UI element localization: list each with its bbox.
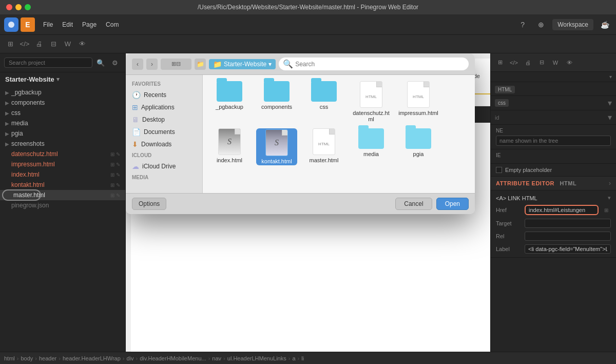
- sidebar-item-pgia[interactable]: ▶ pgia: [0, 128, 125, 139]
- status-headerhm[interactable]: div.HeaderHMobileMenu...: [140, 355, 206, 361]
- sidebar-item-index[interactable]: ▶ index.html ⊞ ✎: [0, 169, 125, 180]
- workspace-button[interactable]: Workspace: [552, 19, 593, 30]
- zoom-icon[interactable]: ⊕: [534, 17, 548, 32]
- chevron-right-icon[interactable]: ›: [609, 180, 611, 187]
- status-body[interactable]: body: [21, 355, 33, 361]
- chevron-down-icon[interactable]: ▾: [608, 195, 611, 201]
- wp-icon[interactable]: W: [62, 38, 74, 50]
- status-nav[interactable]: nav: [212, 355, 221, 361]
- sidebar-documents[interactable]: 📄 Documents: [126, 126, 202, 138]
- grid-icon[interactable]: ⊞: [4, 38, 16, 50]
- menu-page[interactable]: Page: [78, 19, 101, 30]
- view-options-button[interactable]: ⊞⊟: [161, 59, 191, 70]
- back-button[interactable]: ‹: [132, 59, 143, 70]
- chevron-right-icon: ▶: [5, 110, 9, 116]
- sidebar-item-css[interactable]: ▶ css: [0, 108, 125, 118]
- file-item-components[interactable]: components: [256, 81, 297, 122]
- chevron-down-icon[interactable]: ▾: [56, 76, 60, 83]
- menu-edit[interactable]: Edit: [58, 19, 77, 30]
- css-badge: css: [495, 99, 509, 107]
- target-input[interactable]: [525, 219, 611, 228]
- name-input[interactable]: [496, 136, 611, 146]
- open-button[interactable]: Open: [436, 198, 469, 210]
- title-bar: /Users/Ric/Desktop/Websites/Starter-Webs…: [0, 0, 616, 14]
- search-bar[interactable]: 🔍: [279, 58, 469, 70]
- file-item-impressum[interactable]: HTML impressum.html: [398, 81, 439, 122]
- chevron-down-icon[interactable]: ▾: [609, 74, 612, 80]
- file-item-media[interactable]: media: [351, 128, 392, 165]
- rp-grid-icon[interactable]: ⊞: [494, 56, 506, 69]
- status-div[interactable]: div: [127, 355, 134, 361]
- minimize-button[interactable]: [15, 4, 22, 10]
- sidebar-item-screenshots[interactable]: ▶ screenshots: [0, 139, 125, 149]
- file-dialog-body: Favorites 🕐 Recents ⊞ Applications 🖥 Des…: [126, 75, 475, 193]
- favorites-label: Favorites: [126, 79, 202, 89]
- file-item-master[interactable]: HTML master.html: [303, 128, 344, 165]
- sidebar-item-media[interactable]: ▶ media: [0, 118, 125, 128]
- rp-columns-icon[interactable]: ⊟: [535, 56, 548, 69]
- cancel-button[interactable]: Cancel: [395, 198, 432, 210]
- status-a[interactable]: a: [292, 355, 295, 361]
- sidebar-item-pgbackup[interactable]: ▶ _pgbackup: [0, 87, 125, 98]
- sidebar-downloads[interactable]: ⬇ Downloads: [126, 138, 202, 150]
- search-input[interactable]: [295, 61, 465, 68]
- close-button[interactable]: [6, 4, 12, 10]
- rp-wp-icon[interactable]: W: [549, 56, 562, 69]
- help-icon[interactable]: ?: [515, 17, 530, 32]
- eye-icon[interactable]: 👁: [76, 38, 88, 50]
- sidebar-item-pinegrow-json[interactable]: ▶ pinegrow.json: [0, 200, 125, 210]
- menu-com[interactable]: Com: [102, 19, 123, 30]
- html-icon-impressum: HTML: [407, 81, 430, 108]
- coffee-icon[interactable]: ☕: [598, 17, 612, 32]
- search-input[interactable]: [4, 58, 92, 68]
- sidebar-item-master[interactable]: ▶ master.html ⊞ ✎: [0, 190, 125, 200]
- selector-label: ie: [496, 152, 611, 158]
- right-panel-toolbar: ⊞ </> 🖨 ⊟ W 👁: [491, 53, 616, 72]
- traffic-lights[interactable]: [6, 4, 31, 10]
- maximize-button[interactable]: [25, 4, 31, 10]
- rp-print-icon[interactable]: 🖨: [522, 56, 534, 69]
- sidebar-applications[interactable]: ⊞ Applications: [126, 101, 202, 113]
- status-html[interactable]: html: [4, 355, 15, 361]
- file-item-css[interactable]: css: [303, 81, 344, 122]
- chevron-down-icon[interactable]: ▾: [608, 112, 612, 122]
- href-input[interactable]: [525, 205, 599, 215]
- search-icon[interactable]: 🔍: [94, 56, 107, 69]
- empty-placeholder-checkbox[interactable]: [496, 167, 502, 173]
- rel-input[interactable]: [525, 232, 611, 241]
- options-button[interactable]: Options: [132, 198, 166, 210]
- chevron-down-icon[interactable]: ▾: [608, 98, 612, 108]
- status-header[interactable]: header: [39, 355, 56, 361]
- label-input[interactable]: [525, 244, 611, 254]
- copy-icon[interactable]: ⊞: [602, 205, 611, 215]
- file-item-kontakt[interactable]: S kontakt.html: [256, 128, 297, 165]
- sidebar-item-kontakt[interactable]: ▶ kontakt.html ⊞ ✎: [0, 180, 125, 190]
- chevron-right-icon: ▶: [5, 100, 9, 106]
- new-folder-button[interactable]: 📁: [195, 59, 206, 70]
- status-li[interactable]: li: [301, 355, 304, 361]
- sidebar-item-impressum[interactable]: ▶ impressum.html ⊞ ✎: [0, 159, 125, 169]
- file-item-pgbackup[interactable]: _pgbackup: [209, 81, 250, 122]
- rp-code-icon[interactable]: </>: [508, 56, 520, 69]
- columns-icon[interactable]: ⊟: [47, 38, 60, 50]
- forward-button[interactable]: ›: [146, 59, 158, 70]
- sidebar-item-components[interactable]: ▶ components: [0, 98, 125, 108]
- file-item-pgia[interactable]: pgia: [398, 128, 439, 165]
- sidebar-desktop[interactable]: 🖥 Desktop: [126, 113, 202, 126]
- status-headerlhwrap[interactable]: header.HeaderLHWrap: [63, 355, 121, 361]
- status-ul[interactable]: ul.HeaderLHMenuLinks: [227, 355, 286, 361]
- chevron-right-icon: ▶: [5, 90, 9, 95]
- rp-eye-icon[interactable]: 👁: [563, 56, 575, 69]
- sidebar-recents[interactable]: 🕐 Recents: [126, 89, 202, 101]
- selector-row: ▾: [491, 72, 616, 82]
- sidebar-search-bar: 🔍 ⚙: [0, 53, 125, 72]
- sidebar-icloud[interactable]: ☁ iCloud Drive: [126, 160, 202, 173]
- file-item-datenschutz[interactable]: HTML datenschutz.html: [351, 81, 392, 122]
- print-icon[interactable]: 🖨: [33, 38, 45, 50]
- link-section-header: <A> LINK HTML ▾: [496, 193, 611, 203]
- file-item-index[interactable]: S index.html: [209, 128, 250, 165]
- sidebar-item-datenschutz[interactable]: ▶ datenschutz.html ⊞ ✎: [0, 149, 125, 159]
- code-icon[interactable]: </>: [18, 38, 31, 50]
- menu-file[interactable]: File: [39, 19, 57, 30]
- filter-icon[interactable]: ⚙: [109, 56, 121, 69]
